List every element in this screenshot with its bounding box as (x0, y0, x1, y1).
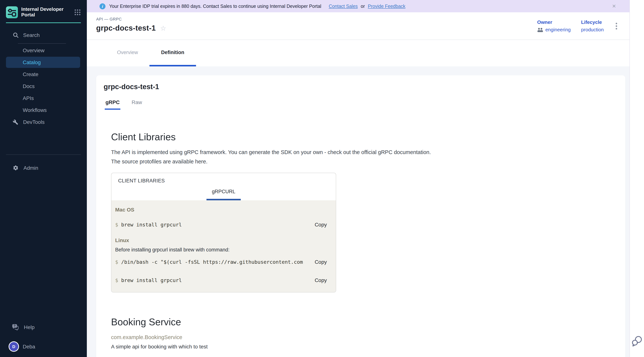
main-area: i Your Enterprise IDP trial expires in 8… (87, 0, 630, 357)
linux-command-row-1: $ /bin/bash -c "$(curl -fsSL https://raw… (115, 259, 327, 265)
sidebar-item-docs[interactable]: Docs (0, 80, 87, 92)
sidebar-item-apis[interactable]: APIs (0, 92, 87, 104)
feedback-chat-icon[interactable] (631, 335, 643, 347)
owner-meta: Owner engineering (537, 20, 571, 33)
client-libraries-box-header: CLIENT LIBRARIES gRPCURL (112, 173, 336, 200)
page-title: grpc-docs-test-1 (96, 24, 156, 33)
sidebar-item-workflows[interactable]: Workflows (0, 104, 87, 116)
sidebar-accent-divider (6, 22, 81, 23)
more-options-kebab-icon[interactable] (614, 21, 619, 31)
app-logo-icon (6, 6, 18, 18)
client-libraries-description: The API is implemented using gRPC framew… (111, 148, 625, 166)
app-title: Internal Developer Portal (21, 6, 66, 18)
help-chat-icon: ? (12, 324, 19, 330)
tab-overview[interactable]: Overview (106, 40, 150, 66)
macos-command-row: $ brew install grpcurl Copy (115, 222, 327, 228)
banner-close-icon[interactable]: ✕ (612, 3, 616, 9)
owner-value-link[interactable]: engineering (537, 27, 571, 33)
entity-tabs: Overview Definition (87, 40, 630, 66)
copy-button[interactable]: Copy (315, 277, 327, 283)
svg-text:?: ? (14, 324, 16, 328)
shell-prompt: $ (115, 277, 118, 283)
definition-content: grpc-docs-test-1 gRPC Raw Client Librari… (87, 66, 630, 357)
info-icon: i (100, 3, 106, 9)
breadcrumb[interactable]: API — GRPC (96, 17, 166, 21)
entity-header-left: API — GRPC grpc-docs-test-1 ☆ (96, 12, 166, 40)
sidebar-search-label: Search (23, 32, 40, 38)
sidebar-admin-label: Admin (24, 165, 38, 171)
owner-label: Owner (537, 20, 571, 25)
linux-command-2: brew install grpcurl (121, 277, 309, 283)
provide-feedback-link[interactable]: Provide Feedback (368, 4, 406, 9)
favorite-star-icon[interactable]: ☆ (160, 25, 166, 32)
client-libraries-box-body: Mac OS $ brew install grpcurl Copy Linux… (112, 200, 336, 292)
sidebar-item-help[interactable]: ? Help (0, 321, 87, 333)
tab-grpc[interactable]: gRPC (105, 99, 120, 110)
definition-card-title: grpc-docs-test-1 (104, 83, 625, 91)
user-avatar: D (9, 342, 18, 351)
linux-command-1: /bin/bash -c "$(curl -fsSL https://raw.g… (121, 259, 309, 265)
tab-definition[interactable]: Definition (150, 40, 196, 66)
booking-service-description-clipped: A simple api for booking with which to t… (111, 343, 625, 349)
logo-row: Internal Developer Portal (0, 0, 87, 18)
client-libraries-box-title: CLIENT LIBRARIES (118, 178, 329, 184)
sidebar-item-devtools[interactable]: DevTools (0, 116, 87, 128)
sidebar-admin-divider (6, 154, 81, 155)
booking-service-heading: Booking Service (111, 316, 625, 328)
linux-intro: Before installing grpcurl install brew w… (115, 247, 327, 252)
definition-card: grpc-docs-test-1 gRPC Raw Client Librari… (96, 75, 625, 357)
right-gutter (630, 0, 644, 357)
sidebar: Internal Developer Portal Search Overvie… (0, 0, 87, 357)
grpc-doc: Client Libraries The API is implemented … (111, 131, 625, 349)
linux-command-row-2: $ brew install grpcurl Copy (115, 277, 327, 283)
macos-command: brew install grpcurl (121, 222, 309, 228)
trial-banner-message: Your Enterprise IDP trial expires in 880… (109, 4, 321, 9)
sidebar-item-catalog[interactable]: Catalog (6, 57, 80, 68)
client-libraries-heading: Client Libraries (111, 131, 625, 143)
macos-heading: Mac OS (115, 207, 327, 213)
sidebar-item-overview[interactable]: Overview (0, 44, 87, 56)
copy-button[interactable]: Copy (315, 222, 327, 228)
lifecycle-label: Lifecycle (581, 20, 604, 25)
sidebar-search-divider (18, 43, 66, 44)
people-icon (537, 28, 544, 32)
sidebar-search[interactable]: Search (0, 31, 87, 39)
client-libraries-box: CLIENT LIBRARIES gRPCURL Mac OS $ brew i… (111, 173, 336, 292)
linux-heading: Linux (115, 237, 327, 243)
sidebar-item-admin[interactable]: Admin (0, 162, 87, 174)
sidebar-help-label: Help (24, 324, 35, 330)
shell-prompt: $ (115, 259, 118, 265)
lifecycle-meta: Lifecycle production (581, 20, 604, 33)
sidebar-nav: Overview Catalog Create Docs APIs Workfl… (0, 44, 87, 128)
gear-icon (13, 165, 19, 171)
tab-grpcurl[interactable]: gRPCURL (207, 189, 240, 200)
search-icon (13, 32, 19, 38)
lifecycle-value: production (581, 27, 604, 33)
trial-banner: i Your Enterprise IDP trial expires in 8… (87, 0, 630, 12)
wrench-icon (13, 119, 18, 125)
tab-raw[interactable]: Raw (131, 99, 143, 110)
sidebar-user[interactable]: D Deba (0, 342, 87, 351)
sidebar-item-create[interactable]: Create (0, 68, 87, 80)
user-name: Deba (23, 343, 35, 349)
screenshot-root: Internal Developer Portal Search Overvie… (0, 0, 644, 357)
banner-or-text: or (361, 4, 365, 9)
user-avatar-initial: D (12, 344, 15, 349)
booking-service-fqn: com.example.BookingService (111, 334, 625, 340)
entity-header: API — GRPC grpc-docs-test-1 ☆ Owner engi… (87, 12, 630, 40)
entity-header-meta: Owner engineering Lifecycle production (537, 12, 619, 40)
contact-sales-link[interactable]: Contact Sales (329, 4, 358, 9)
app-switcher-grid-icon[interactable] (74, 9, 81, 16)
definition-format-tabs: gRPC Raw (104, 99, 625, 110)
shell-prompt: $ (115, 222, 118, 228)
sidebar-spacer (0, 174, 87, 321)
copy-button[interactable]: Copy (315, 259, 327, 265)
